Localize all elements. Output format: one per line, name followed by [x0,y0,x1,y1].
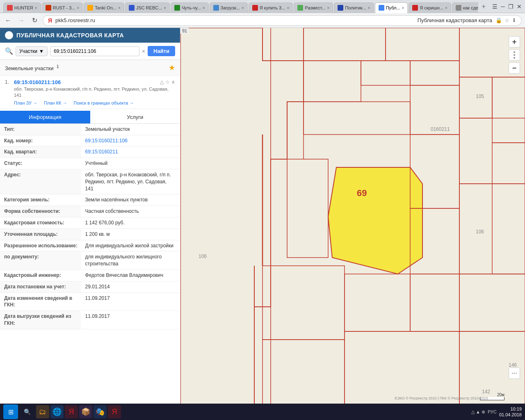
taskbar-app-4[interactable]: 🎭 [94,405,107,418]
plan-kk-link[interactable]: План КК → [44,100,67,105]
tab-favicon [379,5,384,11]
new-tab-button[interactable]: + [478,1,489,12]
search-bounds-link[interactable]: Поиск в границах объекта → [74,100,134,105]
yandex-logo-icon: Я [48,17,52,24]
tab-label: Tanki On... [95,5,116,10]
browser-tab-7[interactable]: Размест...× [294,2,333,13]
table-row: Кадастровый инженер:Федотов Вячеслав Вла… [0,269,180,281]
table-cell-label: Дата изменения сведений в ГКН: [0,292,81,311]
search-button[interactable]: Найти [148,46,175,56]
tab-label: HUNTER [14,5,33,10]
plan-zu-link[interactable]: План ЗУ → [14,100,37,105]
refresh-button[interactable]: ↻ [30,16,39,24]
table-cell-value: Земельный участок [81,124,180,135]
map-number-badge: 91 [180,28,189,34]
taskbar-app-0[interactable]: 🗂 [36,405,49,418]
tab-close-button[interactable]: × [368,6,370,10]
triangle-icon[interactable]: △ [160,79,164,85]
tab-close-button[interactable]: × [445,6,447,10]
window-controls: ☰ ─ ❐ ✕ [492,3,522,10]
tab-close-button[interactable]: × [327,6,329,10]
tab-services[interactable]: Услуги [90,111,180,123]
map-label: 146 [509,362,517,368]
map-label: 105 [476,94,484,99]
start-button[interactable]: ⊞ [3,404,18,419]
taskbar: ⊞ 🔍 🗂🌐Я📦🎭Я △ ▲ ⊕ РУС 10:19 01.04.2018 [0,404,525,420]
taskbar-app-5[interactable]: Я [108,405,121,418]
search-input[interactable] [50,46,139,56]
tab-close-button[interactable]: × [77,6,80,10]
back-button[interactable]: ← [3,17,13,24]
zoom-dot-2 [514,54,515,56]
browser-tab-8[interactable]: Политик...× [334,2,374,13]
table-cell-value[interactable]: 69:15:0160211:106 [81,135,180,146]
taskbar-search-button[interactable]: 🔍 [20,404,34,419]
table-cell-label: Кадастровый инженер: [0,269,81,281]
tab-label: RUST - 3... [53,5,75,10]
hamburger-icon[interactable]: ☰ [492,3,498,10]
star-small-icon[interactable]: ☆ [165,79,170,85]
browser-tab-3[interactable]: JSC REBC...× [125,2,170,13]
table-row: Статус:Учтённый [0,158,180,169]
browser-tab-4[interactable]: Чуть-чу...× [171,2,208,13]
result-code-link[interactable]: 69:15:0160211:106 [14,79,158,85]
tab-favicon [412,5,418,11]
search-clear-button[interactable]: × [142,48,145,55]
result-item-header: 1. 69:15:0160211:106 △ ☆ ∧ [5,79,175,85]
zoom-out-button[interactable]: − [509,62,520,74]
tab-close-button[interactable]: × [35,6,37,10]
tab-label: Я купить 3... [260,5,285,10]
panel-logo-icon [5,31,13,39]
tab-close-button[interactable]: × [242,6,244,10]
browser-tab-11[interactable]: как сдел...× [452,2,478,13]
star-icon[interactable]: ☆ [504,17,509,23]
chevron-up-icon[interactable]: ∧ [171,79,175,85]
browser-tab-5[interactable]: Загрузк...× [210,2,248,13]
tab-label: как сдел... [463,5,478,10]
browser-tab-10[interactable]: Я скришн...× [409,2,451,13]
table-cell-value: 29.01.2014 [81,281,180,292]
browser-tab-2[interactable]: Tanki On...× [84,2,124,13]
lock-icon: 🔒 [495,17,502,23]
more-options-button[interactable]: ··· [509,368,520,379]
taskbar-apps: 🗂🌐Я📦🎭Я [36,405,121,418]
browser-tab-0[interactable]: HUNTER× [3,2,41,13]
taskbar-app-2[interactable]: Я [65,405,78,418]
tab-favicon [174,5,180,11]
table-cell-label: Статус: [0,158,81,169]
search-icon: 🔍 [5,47,13,55]
address-icons: 🔒 ☆ ⬇ [495,17,516,23]
forward-button[interactable]: → [16,17,26,24]
results-star-button[interactable]: ★ [169,63,175,72]
browser-tab-1[interactable]: RUST - 3...× [42,2,83,13]
tab-close-button[interactable]: × [402,6,404,10]
address-input[interactable]: Я pkk5.rosreestr.ru Публичная кадастрова… [43,15,522,26]
tab-favicon [213,5,219,11]
tab-close-button[interactable]: × [203,6,205,10]
table-cell-value: Земли населённых пунктов [81,194,180,206]
result-number: 1. [5,79,11,85]
tab-label: Загрузк... [221,5,240,10]
table-cell-value[interactable]: 69:15:0160211 [81,146,180,158]
browser-tab-6[interactable]: Я купить 3...× [249,2,293,13]
tab-label: Политик... [345,5,366,10]
page-title: Публичная кадастровая карта [418,17,492,23]
tab-close-button[interactable]: × [118,6,121,10]
browser-tab-9[interactable]: Публ...× [375,2,408,13]
zoom-level-indicator [509,49,520,61]
taskbar-tray: △ ▲ ⊕ РУС 10:19 01.04.2018 [471,406,522,418]
minimize-button[interactable]: ─ [501,3,505,10]
map-container[interactable]: 0160211691510515016215715715310615115114… [180,28,525,404]
zoom-in-button[interactable]: + [509,36,520,48]
close-button[interactable]: ✕ [517,3,522,10]
maximize-button[interactable]: ❐ [508,3,514,10]
taskbar-app-3[interactable]: 📦 [79,405,92,418]
download-icon[interactable]: ⬇ [512,17,516,23]
tab-info[interactable]: Информация [0,111,90,123]
tab-close-button[interactable]: × [164,6,166,10]
taskbar-app-1[interactable]: 🌐 [50,405,64,418]
tab-close-button[interactable]: × [287,6,289,10]
tab-label: Я скришн... [420,5,443,10]
table-cell-value: Частная собственность [81,206,180,217]
search-type-dropdown[interactable]: Участки ▼ [16,46,48,56]
